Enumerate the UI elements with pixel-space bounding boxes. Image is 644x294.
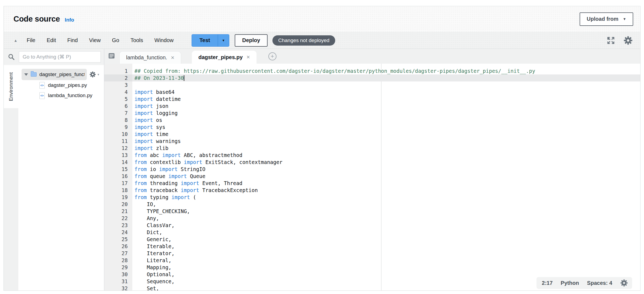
line-number[interactable]: 25 <box>104 236 132 243</box>
line-number[interactable]: 13 <box>104 152 132 159</box>
line-content[interactable]: import json <box>132 102 640 110</box>
go-to-anything-input[interactable] <box>19 51 101 63</box>
line-content[interactable]: import os <box>132 117 640 124</box>
code-line[interactable]: 26 Iterable, <box>104 243 640 250</box>
tree-file-row[interactable]: <>dagster_pipes.py <box>18 80 104 90</box>
line-content[interactable]: import sys <box>132 124 640 131</box>
code-line[interactable]: 1## Copied from: https://raw.githubuserc… <box>104 67 640 74</box>
line-number[interactable]: 23 <box>104 222 132 229</box>
line-content[interactable]: from contextlib import ExitStack, contex… <box>132 159 640 166</box>
line-number[interactable]: 20 <box>104 201 132 208</box>
line-content[interactable]: from typing import ( <box>132 194 640 201</box>
add-tab-icon[interactable]: + <box>268 52 276 60</box>
code-line[interactable]: 28 Literal, <box>104 257 640 264</box>
line-number[interactable]: 17 <box>104 180 132 187</box>
code-line[interactable]: 6import json <box>104 102 640 110</box>
code-line[interactable]: 8import os <box>104 117 640 124</box>
line-content[interactable]: ClassVar, <box>132 222 640 229</box>
menu-item-view[interactable]: View <box>84 35 106 46</box>
code-line[interactable]: 22 Any, <box>104 215 640 222</box>
test-dropdown-arrow[interactable]: ▼ <box>218 35 229 46</box>
code-line[interactable]: 23 ClassVar, <box>104 222 640 229</box>
code-line[interactable]: 12import zlib <box>104 145 640 152</box>
code-line[interactable]: 21 TYPE_CHECKING, <box>104 208 640 215</box>
code-line[interactable]: 16from queue import Queue <box>104 173 640 180</box>
spaces-setting[interactable]: Spaces: 4 <box>587 280 612 286</box>
tree-folder-row[interactable]: dagster_pipes_funct <box>22 69 87 80</box>
code-line[interactable]: 7import logging <box>104 110 640 117</box>
tree-file-row[interactable]: <>lambda_function.py <box>18 90 104 101</box>
deploy-button[interactable]: Deploy <box>235 34 268 47</box>
chevron-down-icon[interactable] <box>24 73 28 76</box>
line-content[interactable]: ## Copied from: https://raw.githubuserco… <box>132 67 640 74</box>
line-number[interactable]: 30 <box>104 271 132 278</box>
line-content[interactable]: Generic, <box>132 236 640 243</box>
code-line[interactable]: 20 IO, <box>104 201 640 208</box>
editor-tab[interactable]: dagster_pipes.py× <box>192 51 256 64</box>
line-content[interactable]: Dict, <box>132 229 640 236</box>
line-number[interactable]: 14 <box>104 159 132 166</box>
tab-environment[interactable]: Environment <box>4 65 18 108</box>
line-number[interactable]: 22 <box>104 215 132 222</box>
line-content[interactable]: from threading import Event, Thread <box>132 180 640 187</box>
code-editor[interactable]: 1## Copied from: https://raw.githubuserc… <box>104 64 640 290</box>
line-number[interactable]: 12 <box>104 145 132 152</box>
close-icon[interactable]: × <box>247 54 250 60</box>
line-content[interactable]: from io import StringIO <box>132 166 640 173</box>
code-line[interactable]: 9import sys <box>104 124 640 131</box>
line-number[interactable]: 16 <box>104 173 132 180</box>
line-number[interactable]: 18 <box>104 187 132 194</box>
line-content[interactable]: from abc import ABC, abstractmethod <box>132 152 640 159</box>
menu-item-window[interactable]: Window <box>149 35 179 46</box>
line-number[interactable]: 7 <box>104 110 132 117</box>
line-number[interactable]: 29 <box>104 264 132 271</box>
code-line[interactable]: 10import time <box>104 131 640 138</box>
status-gear-icon[interactable] <box>620 279 628 287</box>
line-number[interactable]: 15 <box>104 166 132 173</box>
line-number[interactable]: 24 <box>104 229 132 236</box>
line-number[interactable]: 8 <box>104 117 132 124</box>
editor-tab[interactable]: lambda_function.× <box>119 51 181 64</box>
test-split-button[interactable]: Test ▼ <box>192 34 229 47</box>
line-number[interactable]: 26 <box>104 243 132 250</box>
collapse-arrow-icon[interactable]: ▲ <box>10 38 21 43</box>
code-line[interactable]: 18from traceback import TracebackExcepti… <box>104 187 640 194</box>
cursor-position[interactable]: 2:17 <box>542 280 553 286</box>
line-number[interactable]: 11 <box>104 138 132 145</box>
code-line[interactable]: 19from typing import ( <box>104 194 640 201</box>
line-content[interactable]: import zlib <box>132 145 640 152</box>
code-line[interactable]: 14from contextlib import ExitStack, cont… <box>104 159 640 166</box>
line-content[interactable]: import base64 <box>132 88 640 95</box>
code-line[interactable]: 15from io import StringIO <box>104 166 640 173</box>
line-number[interactable]: 32 <box>104 285 132 290</box>
menu-item-edit[interactable]: Edit <box>41 35 61 46</box>
tab-list-icon[interactable] <box>108 52 115 60</box>
info-link[interactable]: Info <box>65 17 74 23</box>
code-line[interactable]: 11import warnings <box>104 138 640 145</box>
menu-item-go[interactable]: Go <box>106 35 125 46</box>
code-line[interactable]: 4import base64 <box>104 88 640 95</box>
line-number[interactable]: 5 <box>104 95 132 102</box>
code-line[interactable]: 25 Generic, <box>104 236 640 243</box>
line-number[interactable]: 21 <box>104 208 132 215</box>
code-line[interactable]: 2## On 2023-11-30 <box>104 74 640 81</box>
line-content[interactable]: Iterable, <box>132 243 640 250</box>
line-number[interactable]: 9 <box>104 124 132 131</box>
line-content[interactable]: import warnings <box>132 138 640 145</box>
line-content[interactable]: TYPE_CHECKING, <box>132 208 640 215</box>
test-button[interactable]: Test <box>192 35 218 46</box>
line-content[interactable] <box>132 81 640 88</box>
line-number[interactable]: 31 <box>104 278 132 285</box>
code-line[interactable]: 13from abc import ABC, abstractmethod <box>104 152 640 159</box>
language-mode[interactable]: Python <box>561 280 579 286</box>
gear-icon[interactable] <box>624 36 633 45</box>
line-content[interactable]: import time <box>132 131 640 138</box>
search-icon[interactable] <box>4 53 19 60</box>
line-number[interactable]: 6 <box>104 102 132 110</box>
upload-from-button[interactable]: Upload from ▼ <box>580 12 633 26</box>
line-number[interactable]: 4 <box>104 88 132 95</box>
line-content[interactable]: Mapping, <box>132 264 640 271</box>
line-number[interactable]: 1 <box>104 67 132 74</box>
line-content[interactable]: Literal, <box>132 257 640 264</box>
code-line[interactable]: 27 Iterator, <box>104 250 640 257</box>
